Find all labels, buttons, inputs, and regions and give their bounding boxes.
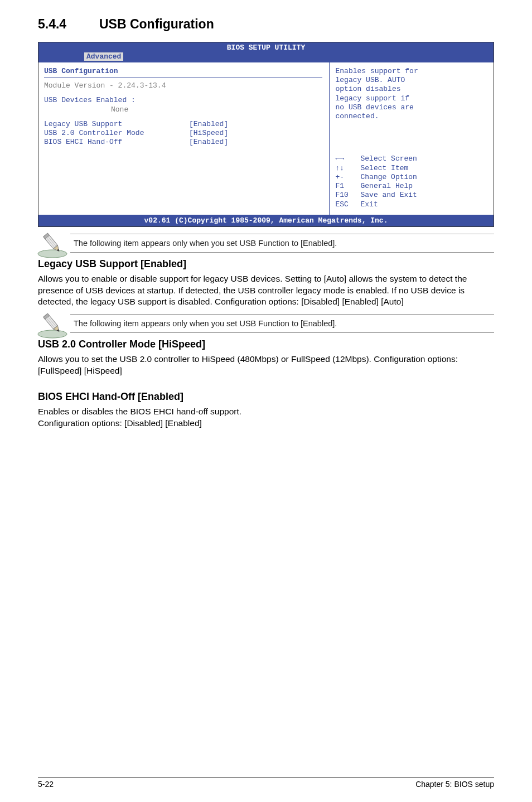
subsection-heading: Legacy USB Support [Enabled]	[38, 258, 494, 270]
note-block: The following item appears only when you…	[38, 234, 494, 253]
bios-screenshot: BIOS SETUP UTILITY Advanced USB Configur…	[38, 42, 494, 227]
bios-setting-label: Legacy USB Support	[44, 120, 189, 129]
note-text: The following item appears only when you…	[70, 234, 494, 253]
note-text: The following item appears only when you…	[70, 314, 494, 333]
bios-panel-title: USB Configuration	[44, 67, 322, 76]
svg-point-0	[38, 250, 67, 258]
note-block: The following item appears only when you…	[38, 314, 494, 333]
bios-help-keys: ←→Select Screen ↑↓Select Item +-Change O…	[335, 154, 488, 209]
bios-setting-row: Legacy USB Support [Enabled]	[44, 120, 322, 129]
bios-setting-label: BIOS EHCI Hand-Off	[44, 138, 189, 147]
bios-key: ↑↓	[335, 164, 360, 173]
bios-help-line: connected.	[335, 112, 488, 121]
subsection-heading: BIOS EHCI Hand-Off [Enabled]	[38, 391, 494, 403]
bios-setting-row: USB 2.0 Controller Mode [HiSpeed]	[44, 129, 322, 138]
bios-devices-enabled-value: None	[44, 105, 322, 114]
bios-tab-row: Advanced	[38, 52, 494, 62]
bios-help-line: option disables	[335, 85, 488, 94]
bios-help-line: Enables support for	[335, 67, 488, 76]
section-title: USB Configuration	[99, 17, 214, 31]
body-paragraph: Enables or disables the BIOS EHCI hand-o…	[38, 406, 494, 417]
bios-setting-row: BIOS EHCI Hand-Off [Enabled]	[44, 138, 322, 147]
bios-key-desc: Save and Exit	[360, 191, 417, 200]
section-heading: 5.4.4USB Configuration	[38, 17, 494, 32]
bios-right-panel: Enables support for legacy USB. AUTO opt…	[330, 62, 494, 215]
bios-setting-value: [Enabled]	[189, 120, 228, 129]
bios-footer: v02.61 (C)Copyright 1985-2009, American …	[38, 215, 494, 226]
svg-point-7	[38, 330, 67, 338]
pencil-icon	[37, 228, 70, 259]
footer-page-number: 5-22	[38, 780, 54, 789]
bios-help-line: no USB devices are	[335, 103, 488, 112]
bios-key: F1	[335, 182, 360, 191]
bios-left-panel: USB Configuration Module Version - 2.24.…	[38, 62, 330, 215]
bios-key-desc: Change Option	[360, 173, 417, 182]
body-paragraph: Configuration options: [Disabled] [Enabl…	[38, 418, 494, 429]
body-paragraph: Allows you to set the USB 2.0 controller…	[38, 354, 494, 376]
bios-module-version: Module Version - 2.24.3-13.4	[44, 81, 322, 90]
bios-help-line: legacy support if	[335, 94, 488, 103]
bios-help-line: legacy USB. AUTO	[335, 76, 488, 85]
subsection-heading: USB 2.0 Controller Mode [HiSpeed]	[38, 339, 494, 350]
bios-setting-label: USB 2.0 Controller Mode	[44, 129, 189, 138]
bios-key: ←→	[335, 154, 360, 163]
bios-key: F10	[335, 191, 360, 200]
body-paragraph: Allows you to enable or disable support …	[38, 273, 494, 307]
bios-devices-enabled-label: USB Devices Enabled :	[44, 96, 322, 105]
pencil-icon	[37, 308, 70, 340]
bios-setting-value: [HiSpeed]	[189, 129, 228, 138]
bios-key-desc: Select Item	[360, 164, 408, 173]
bios-key-desc: Exit	[360, 200, 378, 209]
footer-chapter: Chapter 5: BIOS setup	[415, 780, 494, 789]
bios-setting-value: [Enabled]	[189, 138, 228, 147]
bios-key: +-	[335, 173, 360, 182]
bios-tab-advanced: Advanced	[84, 52, 123, 61]
bios-key-desc: Select Screen	[360, 154, 417, 163]
bios-key-desc: General Help	[360, 182, 413, 191]
bios-title-bar: BIOS SETUP UTILITY	[38, 42, 494, 52]
page-footer: 5-22 Chapter 5: BIOS setup	[38, 777, 494, 789]
bios-key: ESC	[335, 200, 360, 209]
section-number: 5.4.4	[38, 17, 99, 32]
